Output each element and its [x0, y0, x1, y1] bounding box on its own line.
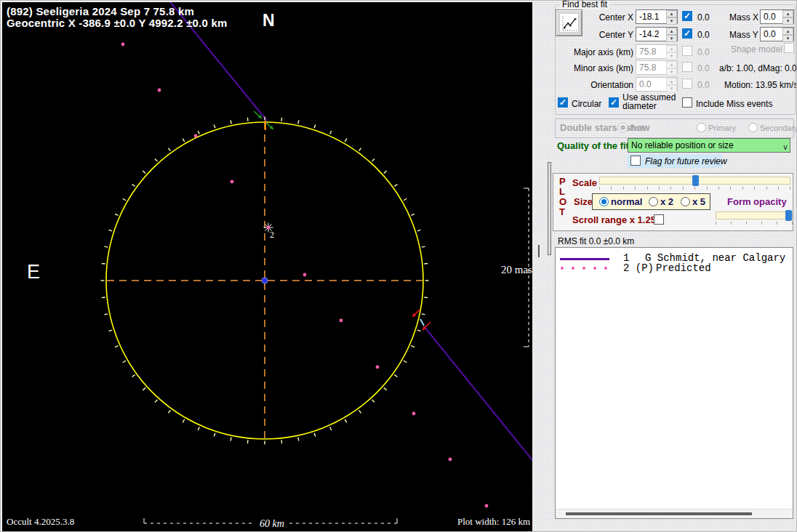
circular-label: Circular: [572, 99, 601, 109]
predicted-path-dot: [485, 504, 489, 508]
legend-predicted-swatch: [561, 267, 613, 270]
shape-model-checkbox: [784, 43, 794, 53]
scale-slider-thumb[interactable]: [692, 175, 699, 186]
hscrollbar-thumb[interactable]: [566, 512, 752, 515]
double-stars-secondary-radio: [748, 123, 758, 132]
mass-x-input[interactable]: 0.0 ▲▼: [760, 9, 794, 24]
mass-x-spinner[interactable]: ▲▼: [782, 10, 793, 23]
center-y-spinner[interactable]: ▲▼: [666, 28, 677, 41]
mas-scale-label: 20 mas: [501, 264, 532, 276]
observer-list[interactable]: 1 G Schmidt, near Calgary 2 (P) Predicte…: [555, 247, 793, 519]
form-opacity-label: Form opacity: [727, 196, 787, 207]
predicted-path-dot: [412, 412, 416, 416]
center-x-err: 0.0: [697, 12, 710, 23]
center-x-spinner[interactable]: ▲▼: [666, 10, 677, 23]
double-stars-both-radio: [618, 123, 628, 132]
predicted-path-dot: [194, 134, 198, 138]
size-x5-radio[interactable]: [681, 197, 690, 206]
major-axis-label: Major axis (km): [559, 47, 633, 57]
form-opacity-slider-thumb[interactable]: [785, 210, 792, 221]
observer-list-hscrollbar[interactable]: [556, 509, 793, 518]
orientation-err: 0.0: [697, 80, 710, 90]
center-x-lock-checkbox[interactable]: [682, 11, 692, 21]
size-radio-group: normal x 2 x 5: [592, 193, 710, 210]
plot-title-line2: Geocentric X -386.9 ±0.0 Y 4992.2 ±0.0 k…: [7, 17, 227, 29]
plot-letter-t: T: [559, 206, 565, 217]
plot-letter-p: P: [559, 176, 566, 187]
minor-axis-input: 75.8 ▲▼: [636, 60, 678, 75]
center-y-input[interactable]: -14.2 ▲▼: [636, 27, 678, 41]
occultation-plot[interactable]: (892) Seeligeria 2024 Sep 7 75.8 km Geoc…: [2, 2, 532, 531]
center-y-err: 0.0: [697, 30, 710, 40]
motion-label: Motion: 13.95 km/s: [724, 80, 797, 90]
find-best-fit-caption: Find best fit: [560, 0, 609, 9]
minor-axis-err: 0.0: [697, 63, 710, 73]
double-stars-secondary-label: Secondary: [760, 124, 797, 132]
control-panel: Find best fit Center X -18.1 ▲▼ 0.0: [552, 1, 797, 532]
predicted-path-dot: [303, 273, 307, 277]
plot-letter-o: O: [559, 196, 566, 207]
scale-slider-ticks: [599, 187, 790, 190]
scroll-range-label: Scroll range x 1.25: [572, 214, 656, 225]
north-label: N: [263, 11, 275, 31]
double-stars-group: Double stars - show Both Primary Seconda…: [555, 118, 794, 138]
size-x2-radio[interactable]: [649, 197, 658, 206]
observed-chord-line: [424, 326, 532, 472]
mass-y-spinner[interactable]: ▲▼: [782, 28, 793, 41]
chevron-down-icon: ∨: [782, 140, 788, 153]
center-x-input[interactable]: -18.1 ▲▼: [636, 9, 678, 24]
size-label: Size: [574, 196, 593, 207]
orientation-label: Orientation: [559, 80, 633, 90]
occultation-plot-canvas: [2, 2, 532, 531]
flag-review-label: Flag for future review: [645, 156, 727, 166]
size-normal-radio[interactable]: [599, 197, 609, 206]
scale-bar-label: 60 km: [253, 518, 291, 530]
center-y-lock-checkbox[interactable]: [682, 28, 692, 39]
mass-y-input[interactable]: 0.0 ▲▼: [760, 27, 794, 41]
minor-axis-lock-checkbox: [682, 62, 692, 72]
predicted-path-dot: [376, 366, 380, 369]
scale-slider[interactable]: [599, 177, 790, 185]
predicted-path-dot: [231, 180, 234, 184]
predicted-path-dot: [449, 458, 452, 462]
use-assumed-diameter-checkbox[interactable]: [609, 97, 619, 108]
predicted-path-dot: [158, 89, 161, 92]
minor-axis-label: Minor axis (km): [559, 63, 633, 73]
include-miss-events-checkbox[interactable]: [682, 97, 692, 108]
legend-chord-swatch: [560, 258, 609, 260]
flag-review-checkbox[interactable]: [630, 156, 641, 166]
mass-x-label: Mass X: [729, 12, 757, 23]
center-x-label: Center X: [559, 12, 633, 23]
scale-label: Scale: [572, 177, 597, 188]
orientation-lock-checkbox: [682, 78, 692, 89]
form-opacity-slider-ticks: [716, 222, 793, 225]
rms-fit-label: RMS fit 0.0 ±0.0 km: [558, 236, 634, 246]
double-stars-both-label: Both: [630, 124, 646, 132]
fit-center-dot: [262, 278, 268, 283]
scroll-range-checkbox[interactable]: [654, 214, 664, 225]
size-x2-label: x 2: [660, 196, 673, 207]
version-label: Occult 4.2025.3.8: [7, 516, 74, 528]
reappearance-tick: [420, 319, 424, 326]
quality-of-fit-select[interactable]: No reliable position or size ∨: [628, 138, 790, 153]
shape-model-label: Shape model: [731, 44, 782, 55]
panel-vertical-scrollbar[interactable]: [548, 162, 551, 255]
ab-dmag-label: a/b: 1.00, dMag: 0.00: [719, 63, 797, 73]
predicted-center-marker: [267, 226, 270, 229]
legend-item-number: 2 (P): [623, 262, 654, 274]
circular-checkbox[interactable]: [558, 97, 568, 108]
splitter-handle[interactable]: [538, 245, 540, 257]
major-axis-input: 75.8 ▲▼: [636, 44, 678, 59]
plot-width-label: Plot width: 126 km: [457, 516, 530, 528]
east-label: E: [27, 261, 40, 283]
plot-title-line1: (892) Seeligeria 2024 Sep 7 75.8 km: [7, 5, 194, 17]
center-y-label: Center Y: [559, 30, 633, 40]
double-stars-primary-label: Primary: [708, 124, 736, 132]
predicted-center-label: 2: [270, 230, 274, 241]
predicted-path-dot: [121, 43, 125, 47]
double-stars-primary-radio: [697, 123, 706, 132]
size-normal-label: normal: [611, 196, 642, 207]
form-opacity-slider[interactable]: [716, 211, 793, 219]
include-miss-events-label: Include Miss events: [696, 99, 772, 109]
mass-y-label: Mass Y: [729, 30, 757, 40]
